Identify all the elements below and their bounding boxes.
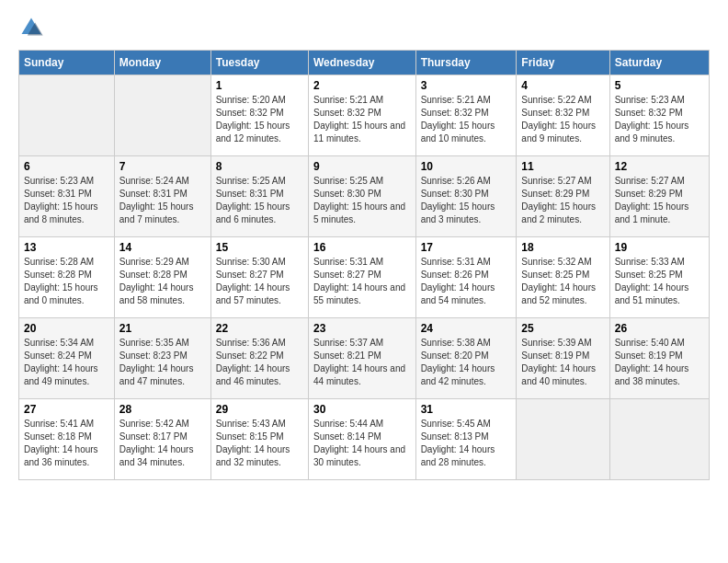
day-number: 11: [521, 160, 604, 173]
week-row-3: 13Sunrise: 5:28 AM Sunset: 8:28 PM Dayli…: [19, 237, 710, 318]
day-header-friday: Friday: [517, 51, 609, 75]
calendar-cell: [114, 75, 210, 156]
day-detail: Sunrise: 5:29 AM Sunset: 8:28 PM Dayligh…: [119, 256, 206, 307]
day-detail: Sunrise: 5:35 AM Sunset: 8:23 PM Dayligh…: [119, 337, 206, 388]
day-number: 26: [615, 322, 704, 335]
day-detail: Sunrise: 5:41 AM Sunset: 8:18 PM Dayligh…: [24, 418, 109, 469]
day-number: 10: [421, 160, 512, 173]
day-detail: Sunrise: 5:25 AM Sunset: 8:30 PM Dayligh…: [313, 175, 411, 226]
day-detail: Sunrise: 5:34 AM Sunset: 8:24 PM Dayligh…: [24, 337, 109, 388]
day-number: 20: [24, 322, 109, 335]
day-detail: Sunrise: 5:45 AM Sunset: 8:13 PM Dayligh…: [421, 418, 512, 469]
day-number: 25: [521, 322, 604, 335]
day-header-wednesday: Wednesday: [308, 51, 415, 75]
calendar-cell: 6Sunrise: 5:23 AM Sunset: 8:31 PM Daylig…: [19, 156, 115, 237]
calendar-table: SundayMondayTuesdayWednesdayThursdayFrid…: [18, 50, 710, 480]
week-row-4: 20Sunrise: 5:34 AM Sunset: 8:24 PM Dayli…: [19, 318, 710, 399]
logo: [18, 15, 48, 40]
calendar-cell: 31Sunrise: 5:45 AM Sunset: 8:13 PM Dayli…: [415, 399, 517, 480]
day-detail: Sunrise: 5:40 AM Sunset: 8:19 PM Dayligh…: [615, 337, 704, 388]
week-row-5: 27Sunrise: 5:41 AM Sunset: 8:18 PM Dayli…: [19, 399, 710, 480]
day-number: 23: [313, 322, 411, 335]
day-header-tuesday: Tuesday: [210, 51, 308, 75]
day-number: 14: [119, 241, 206, 254]
day-detail: Sunrise: 5:24 AM Sunset: 8:31 PM Dayligh…: [119, 175, 206, 226]
calendar-cell: 4Sunrise: 5:22 AM Sunset: 8:32 PM Daylig…: [517, 75, 609, 156]
calendar-cell: 26Sunrise: 5:40 AM Sunset: 8:19 PM Dayli…: [609, 318, 709, 399]
day-number: 28: [119, 403, 206, 416]
day-detail: Sunrise: 5:33 AM Sunset: 8:25 PM Dayligh…: [615, 256, 704, 307]
day-number: 9: [313, 160, 411, 173]
week-row-2: 6Sunrise: 5:23 AM Sunset: 8:31 PM Daylig…: [19, 156, 710, 237]
calendar-cell: 9Sunrise: 5:25 AM Sunset: 8:30 PM Daylig…: [308, 156, 415, 237]
day-number: 1: [216, 79, 303, 92]
day-number: 24: [421, 322, 512, 335]
calendar-cell: 11Sunrise: 5:27 AM Sunset: 8:29 PM Dayli…: [517, 156, 609, 237]
day-detail: Sunrise: 5:31 AM Sunset: 8:26 PM Dayligh…: [421, 256, 512, 307]
day-number: 7: [119, 160, 206, 173]
day-number: 31: [421, 403, 512, 416]
day-number: 27: [24, 403, 109, 416]
day-detail: Sunrise: 5:42 AM Sunset: 8:17 PM Dayligh…: [119, 418, 206, 469]
calendar-cell: 28Sunrise: 5:42 AM Sunset: 8:17 PM Dayli…: [114, 399, 210, 480]
calendar-cell: 22Sunrise: 5:36 AM Sunset: 8:22 PM Dayli…: [210, 318, 308, 399]
day-detail: Sunrise: 5:36 AM Sunset: 8:22 PM Dayligh…: [216, 337, 303, 388]
calendar-cell: 20Sunrise: 5:34 AM Sunset: 8:24 PM Dayli…: [19, 318, 115, 399]
day-detail: Sunrise: 5:25 AM Sunset: 8:31 PM Dayligh…: [216, 175, 303, 226]
calendar-cell: [19, 75, 115, 156]
logo-icon: [18, 15, 44, 40]
day-number: 21: [119, 322, 206, 335]
day-header-thursday: Thursday: [415, 51, 517, 75]
day-number: 18: [521, 241, 604, 254]
calendar-cell: 25Sunrise: 5:39 AM Sunset: 8:19 PM Dayli…: [517, 318, 609, 399]
calendar-header-row: SundayMondayTuesdayWednesdayThursdayFrid…: [19, 51, 710, 75]
day-number: 3: [421, 79, 512, 92]
week-row-1: 1Sunrise: 5:20 AM Sunset: 8:32 PM Daylig…: [19, 75, 710, 156]
day-detail: Sunrise: 5:44 AM Sunset: 8:14 PM Dayligh…: [313, 418, 411, 469]
calendar-cell: 17Sunrise: 5:31 AM Sunset: 8:26 PM Dayli…: [415, 237, 517, 318]
calendar-cell: 2Sunrise: 5:21 AM Sunset: 8:32 PM Daylig…: [308, 75, 415, 156]
day-detail: Sunrise: 5:27 AM Sunset: 8:29 PM Dayligh…: [521, 175, 604, 226]
day-detail: Sunrise: 5:30 AM Sunset: 8:27 PM Dayligh…: [216, 256, 303, 307]
day-number: 13: [24, 241, 109, 254]
header: [18, 15, 710, 40]
day-header-sunday: Sunday: [19, 51, 115, 75]
calendar-cell: 12Sunrise: 5:27 AM Sunset: 8:29 PM Dayli…: [609, 156, 709, 237]
day-detail: Sunrise: 5:31 AM Sunset: 8:27 PM Dayligh…: [313, 256, 411, 307]
day-number: 2: [313, 79, 411, 92]
calendar-cell: [517, 399, 609, 480]
day-header-saturday: Saturday: [609, 51, 709, 75]
day-number: 4: [521, 79, 604, 92]
day-detail: Sunrise: 5:39 AM Sunset: 8:19 PM Dayligh…: [521, 337, 604, 388]
day-detail: Sunrise: 5:20 AM Sunset: 8:32 PM Dayligh…: [216, 94, 303, 145]
day-detail: Sunrise: 5:32 AM Sunset: 8:25 PM Dayligh…: [521, 256, 604, 307]
calendar-cell: 21Sunrise: 5:35 AM Sunset: 8:23 PM Dayli…: [114, 318, 210, 399]
day-detail: Sunrise: 5:43 AM Sunset: 8:15 PM Dayligh…: [216, 418, 303, 469]
day-number: 17: [421, 241, 512, 254]
day-number: 6: [24, 160, 109, 173]
day-detail: Sunrise: 5:37 AM Sunset: 8:21 PM Dayligh…: [313, 337, 411, 388]
calendar-cell: 30Sunrise: 5:44 AM Sunset: 8:14 PM Dayli…: [308, 399, 415, 480]
day-detail: Sunrise: 5:28 AM Sunset: 8:28 PM Dayligh…: [24, 256, 109, 307]
day-detail: Sunrise: 5:38 AM Sunset: 8:20 PM Dayligh…: [421, 337, 512, 388]
calendar-cell: 8Sunrise: 5:25 AM Sunset: 8:31 PM Daylig…: [210, 156, 308, 237]
calendar-cell: 23Sunrise: 5:37 AM Sunset: 8:21 PM Dayli…: [308, 318, 415, 399]
day-number: 8: [216, 160, 303, 173]
calendar-cell: 14Sunrise: 5:29 AM Sunset: 8:28 PM Dayli…: [114, 237, 210, 318]
calendar-cell: 24Sunrise: 5:38 AM Sunset: 8:20 PM Dayli…: [415, 318, 517, 399]
day-header-monday: Monday: [114, 51, 210, 75]
day-number: 5: [615, 79, 704, 92]
calendar-cell: 18Sunrise: 5:32 AM Sunset: 8:25 PM Dayli…: [517, 237, 609, 318]
day-number: 22: [216, 322, 303, 335]
day-detail: Sunrise: 5:23 AM Sunset: 8:32 PM Dayligh…: [615, 94, 704, 145]
day-detail: Sunrise: 5:21 AM Sunset: 8:32 PM Dayligh…: [421, 94, 512, 145]
day-number: 29: [216, 403, 303, 416]
calendar-cell: 3Sunrise: 5:21 AM Sunset: 8:32 PM Daylig…: [415, 75, 517, 156]
day-number: 30: [313, 403, 411, 416]
calendar-cell: 27Sunrise: 5:41 AM Sunset: 8:18 PM Dayli…: [19, 399, 115, 480]
day-number: 12: [615, 160, 704, 173]
day-number: 19: [615, 241, 704, 254]
calendar-cell: 10Sunrise: 5:26 AM Sunset: 8:30 PM Dayli…: [415, 156, 517, 237]
day-detail: Sunrise: 5:21 AM Sunset: 8:32 PM Dayligh…: [313, 94, 411, 145]
calendar-cell: 29Sunrise: 5:43 AM Sunset: 8:15 PM Dayli…: [210, 399, 308, 480]
